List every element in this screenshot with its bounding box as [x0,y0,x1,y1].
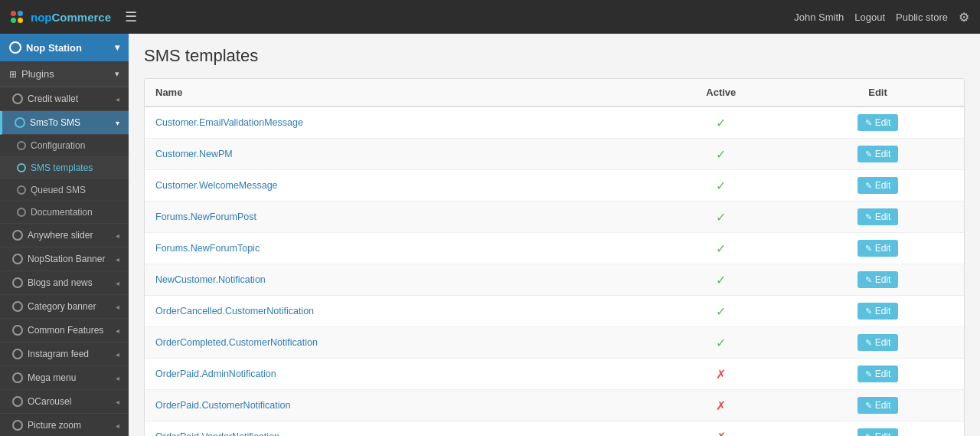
pencil-icon: ✎ [865,149,872,159]
edit-button[interactable]: ✎ Edit [858,366,899,382]
template-name-link[interactable]: OrderCompleted.CustomerNotification [155,337,318,348]
smsto-sms-icon [15,117,25,128]
sidebar-item-picture-zoom[interactable]: Picture zoom ◂ [0,414,129,436]
plugins-arrow: ▾ [115,69,119,79]
queued-sms-icon [17,185,26,195]
instagram-feed-icon [12,349,23,359]
edit-button[interactable]: ✎ Edit [858,177,899,194]
pencil-icon: ✎ [865,307,872,316]
template-name-link[interactable]: Customer.NewPM [155,149,233,159]
sidebar-item-category-banner[interactable]: Category banner ◂ [0,295,129,319]
blogs-news-icon [12,277,23,288]
pencil-icon: ✎ [865,338,872,348]
sidebar-item-anywhere-slider[interactable]: Anywhere slider ◂ [0,224,129,248]
template-name-link[interactable]: NewCustomer.Notification [155,274,266,285]
check-true-icon: ✓ [716,116,726,129]
table-row: OrderPaid.AdminNotification✗✎ Edit [145,359,964,390]
sidebar-item-ocarousel[interactable]: OCarousel ◂ [0,390,129,414]
logout-link[interactable]: Logout [854,11,885,23]
template-name-cell: Customer.WelcomeMessage [145,170,651,202]
edit-button[interactable]: ✎ Edit [858,271,899,288]
sidebar-item-configuration[interactable]: Configuration [0,135,129,157]
pencil-icon: ✎ [865,212,872,222]
template-name-link[interactable]: Customer.EmailValidationMessage [155,117,303,128]
template-name-link[interactable]: OrderCancelled.CustomerNotification [155,306,314,316]
chevron-icon: ◂ [116,95,119,103]
ocarousel-icon [12,396,23,407]
public-store-link[interactable]: Public store [896,11,948,23]
check-false-icon: ✗ [716,368,726,381]
edit-button[interactable]: ✎ Edit [858,428,899,436]
sidebar-item-blogs-news[interactable]: Blogs and news ◂ [0,271,129,295]
chevron-icon: ◂ [116,398,119,406]
edit-button[interactable]: ✎ Edit [858,114,899,131]
template-name-cell: OrderPaid.VendorNotification [145,421,651,437]
edit-button[interactable]: ✎ Edit [858,208,899,225]
pencil-icon: ✎ [865,432,872,437]
table-body: Customer.EmailValidationMessage✓✎ EditCu… [145,107,964,436]
config-icon [17,141,26,150]
template-edit-cell: ✎ Edit [792,421,964,437]
template-edit-cell: ✎ Edit [792,296,964,327]
sidebar-item-sms-templates[interactable]: SMS templates [0,157,129,179]
station-arrow: ▾ [115,42,119,53]
plugins-header[interactable]: ⊞ Plugins ▾ [0,61,129,87]
pencil-icon: ✎ [865,275,872,285]
template-name-link[interactable]: OrderPaid.CustomerNotification [155,400,290,411]
template-name-cell: Customer.EmailValidationMessage [145,107,651,139]
sidebar-station-header[interactable]: Nop Station ▾ [0,34,129,61]
template-active-cell: ✓ [651,233,792,264]
template-name-link[interactable]: OrderPaid.VendorNotification [155,431,279,436]
logo-dot [18,11,23,16]
sidebar-item-label: Anywhere slider [28,230,93,241]
sidebar-item-documentation[interactable]: Documentation [0,202,129,224]
gear-icon[interactable]: ⚙ [959,10,969,25]
edit-button[interactable]: ✎ Edit [858,397,899,414]
template-edit-cell: ✎ Edit [792,139,964,170]
sidebar-item-common-features[interactable]: Common Features ◂ [0,319,129,343]
check-false-icon: ✗ [716,431,726,437]
check-true-icon: ✓ [716,211,726,224]
template-edit-cell: ✎ Edit [792,359,964,390]
hamburger-button[interactable]: ☰ [125,8,137,25]
template-active-cell: ✗ [651,359,792,390]
sidebar-item-queued-sms[interactable]: Queued SMS [0,179,129,202]
logo-dot [11,18,16,23]
template-name-link[interactable]: Forums.NewForumTopic [155,243,260,254]
sidebar-item-nopstation-banner[interactable]: NopStation Banner ◂ [0,248,129,271]
template-name-link[interactable]: OrderPaid.AdminNotification [155,369,276,379]
table-row: Customer.WelcomeMessage✓✎ Edit [145,170,964,202]
picture-zoom-icon [12,420,23,431]
col-name: Name [145,79,651,107]
edit-button[interactable]: ✎ Edit [858,146,899,162]
template-name-link[interactable]: Forums.NewForumPost [155,211,256,222]
sidebar-item-label: Blogs and news [28,277,93,288]
template-name-link[interactable]: Customer.WelcomeMessage [155,180,278,191]
page-title: SMS templates [144,46,965,66]
chevron-icon: ◂ [116,303,119,311]
template-name-cell: Customer.NewPM [145,139,651,170]
sidebar-item-instagram-feed[interactable]: Instagram feed ◂ [0,343,129,366]
sidebar-item-credit-wallet[interactable]: Credit wallet ◂ [0,87,129,111]
template-name-cell: OrderCompleted.CustomerNotification [145,327,651,359]
sidebar-item-smsto-sms[interactable]: SmsTo SMS ▾ [0,111,129,135]
edit-button[interactable]: ✎ Edit [858,303,899,320]
check-true-icon: ✓ [716,305,726,318]
sidebar: Nop Station ▾ ⊞ Plugins ▾ Credit wallet … [0,34,129,436]
template-edit-cell: ✎ Edit [792,264,964,296]
sidebar-item-label: Category banner [28,301,96,312]
template-active-cell: ✓ [651,170,792,202]
table-row: Customer.NewPM✓✎ Edit [145,139,964,170]
pencil-icon: ✎ [865,401,872,411]
edit-button[interactable]: ✎ Edit [858,240,899,257]
sms-templates-table: Name Active Edit Customer.EmailValidatio… [145,79,964,436]
common-features-icon [12,325,23,336]
table-header-row: Name Active Edit [145,79,964,107]
edit-button[interactable]: ✎ Edit [858,334,899,351]
chevron-icon: ◂ [116,326,119,335]
check-true-icon: ✓ [716,242,726,255]
template-active-cell: ✓ [651,139,792,170]
check-false-icon: ✗ [716,399,726,412]
sidebar-item-mega-menu[interactable]: Mega menu ◂ [0,366,129,390]
template-edit-cell: ✎ Edit [792,390,964,421]
